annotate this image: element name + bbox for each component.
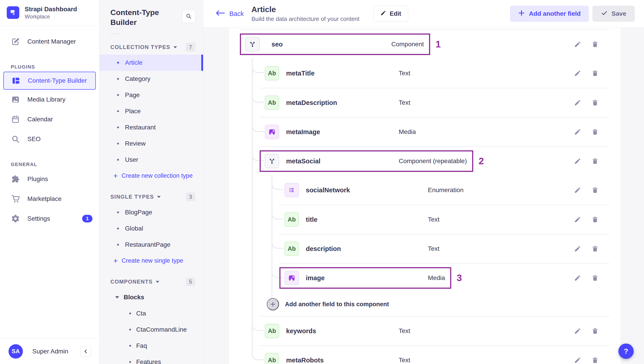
main-sidebar: Strapi Dashboard Workplace Content Manag… <box>0 0 100 364</box>
bullet-icon <box>117 110 119 112</box>
help-button[interactable]: ? <box>618 343 634 359</box>
strapi-logo-icon <box>7 6 19 19</box>
bullet-icon <box>129 361 131 363</box>
component-item-faq[interactable]: Faq <box>100 338 203 354</box>
component-item-ctacommandline[interactable]: CtaCommandLine <box>100 321 203 338</box>
page-subtitle: Build the data architecture of your cont… <box>251 16 359 23</box>
edit-button[interactable]: Edit <box>374 6 408 22</box>
edit-field-button[interactable] <box>574 41 582 48</box>
chevron-down-icon <box>115 296 119 299</box>
delete-field-button[interactable] <box>591 245 599 253</box>
type-item-label: Category <box>125 75 150 82</box>
delete-field-button[interactable] <box>591 99 599 106</box>
edit-field-button[interactable] <box>574 245 582 253</box>
edit-field-button[interactable] <box>574 216 582 223</box>
sidebar-item-label: Plugins <box>28 175 48 183</box>
field-row-metaDescription: Ab metaDescription Text <box>260 88 610 117</box>
type-item-label: RestaurantPage <box>125 241 170 248</box>
field-name: socialNetwork <box>306 187 350 194</box>
type-item-label: Restaurant <box>125 124 156 131</box>
field-row-description: Ab description Text <box>279 234 610 263</box>
sidebar-item-label: Settings <box>28 215 50 222</box>
delete-field-button[interactable] <box>591 41 599 48</box>
sidebar-item-content-manager[interactable]: Content Manager <box>0 32 99 52</box>
sidebar-item-calendar[interactable]: Calendar <box>0 109 99 129</box>
media-field-icon <box>265 125 279 139</box>
type-item-restaurant[interactable]: Restaurant <box>100 119 203 135</box>
type-item-article[interactable]: Article <box>100 55 203 71</box>
save-button[interactable]: Save <box>592 6 634 22</box>
panel-section-header[interactable]: SINGLE TYPES 3 <box>100 190 203 204</box>
main-area: Back Article Build the data architecture… <box>203 0 644 364</box>
component-category-blocks[interactable]: Blocks <box>100 289 203 305</box>
bullet-icon <box>129 345 131 347</box>
edit-field-button[interactable] <box>574 99 582 106</box>
component-item-label: Faq <box>136 342 147 349</box>
pencil-icon <box>380 10 386 18</box>
brand: Strapi Dashboard Workplace <box>0 0 99 26</box>
search-icon <box>11 134 20 144</box>
delete-field-button[interactable] <box>591 157 599 165</box>
tree-line <box>252 59 253 350</box>
component-field-icon <box>265 154 279 168</box>
delete-field-button[interactable] <box>591 356 599 364</box>
sidebar-item-marketplace[interactable]: Marketplace <box>0 189 99 209</box>
tree-elbow <box>272 179 284 190</box>
delete-field-button[interactable] <box>591 128 599 136</box>
type-item-label: Global <box>125 225 143 232</box>
edit-field-button[interactable] <box>574 128 582 136</box>
edit-field-button[interactable] <box>574 157 582 165</box>
page-header: Back Article Build the data architecture… <box>203 0 644 28</box>
sidebar-item-settings[interactable]: Settings1 <box>0 209 99 229</box>
create-link-create-new-single-type[interactable]: + Create new single type <box>100 253 203 269</box>
type-item-page[interactable]: Page <box>100 87 203 103</box>
type-item-user[interactable]: User <box>100 152 203 168</box>
field-name: metaImage <box>286 128 320 136</box>
delete-field-button[interactable] <box>591 69 599 77</box>
section-label: SINGLE TYPES <box>110 194 154 200</box>
sidebar-item-content-type-builder[interactable]: Content-Type Builder <box>3 72 96 90</box>
chevron-down-icon <box>157 196 161 198</box>
delete-field-button[interactable] <box>591 274 599 282</box>
field-row-socialNetwork: socialNetwork Enumeration <box>279 175 610 205</box>
field-name: metaDescription <box>286 99 337 106</box>
delete-field-button[interactable] <box>591 216 599 223</box>
back-link[interactable]: Back <box>216 10 244 18</box>
edit-field-button[interactable] <box>574 356 582 364</box>
avatar[interactable]: SA <box>8 344 23 358</box>
add-another-field-button[interactable]: Add another field <box>510 6 588 22</box>
sidebar-item-seo[interactable]: SEO <box>0 129 99 149</box>
edit-field-button[interactable] <box>574 186 582 194</box>
search-button[interactable] <box>182 10 195 23</box>
type-item-category[interactable]: Category <box>100 71 203 87</box>
add-field-plus-button[interactable] <box>267 298 279 310</box>
delete-field-button[interactable] <box>591 186 599 194</box>
field-type: Text <box>428 216 439 223</box>
text-field-icon: Ab <box>284 242 299 256</box>
bullet-icon <box>117 94 119 96</box>
nav-section-label: PLUGINS <box>0 60 99 70</box>
component-item-cta[interactable]: Cta <box>100 305 203 321</box>
type-item-place[interactable]: Place <box>100 103 203 119</box>
type-item-label: BlogPage <box>125 209 152 216</box>
fields-list: seo Component 1Ab metaTitle Text Ab meta… <box>240 30 610 364</box>
create-link-create-new-collection-type[interactable]: + Create new collection type <box>100 168 203 184</box>
panel-section-header[interactable]: COLLECTION TYPES 7 <box>100 40 203 55</box>
sidebar-item-plugins[interactable]: Plugins <box>0 169 99 189</box>
edit-field-button[interactable] <box>574 274 582 282</box>
edit-field-button[interactable] <box>574 327 582 335</box>
sidebar-item-media-library[interactable]: Media Library <box>0 90 99 109</box>
type-item-restaurantpage[interactable]: RestaurantPage <box>100 237 203 253</box>
bullet-icon <box>117 62 119 64</box>
type-item-review[interactable]: Review <box>100 135 203 152</box>
panel-section-header[interactable]: COMPONENTS 5 <box>100 274 203 289</box>
delete-field-button[interactable] <box>591 327 599 335</box>
type-item-blogpage[interactable]: BlogPage <box>100 204 203 220</box>
component-item-features[interactable]: Features <box>100 354 203 364</box>
create-link-label: Create new single type <box>122 257 183 264</box>
type-item-global[interactable]: Global <box>100 220 203 237</box>
edit-field-button[interactable] <box>574 69 582 77</box>
save-label: Save <box>612 10 626 17</box>
gear-icon <box>11 214 20 223</box>
collapse-sidebar-button[interactable] <box>80 346 91 357</box>
